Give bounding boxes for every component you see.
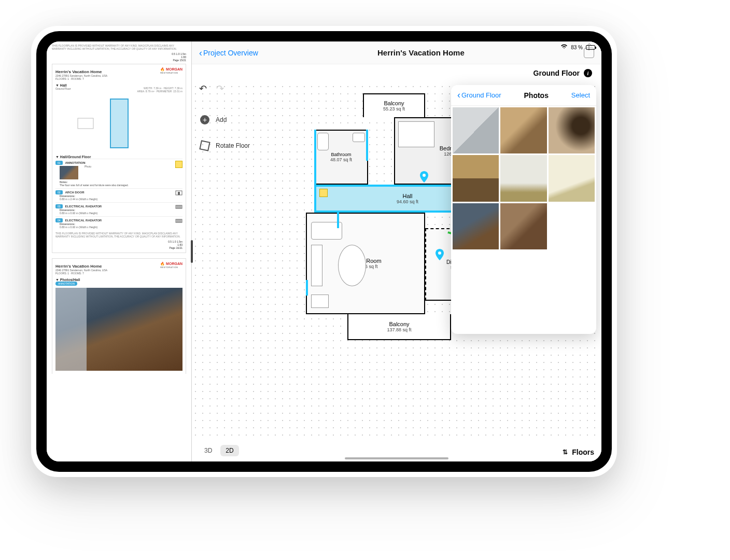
photo-thumbnail[interactable] <box>500 203 546 249</box>
report-page-hall[interactable]: 🔥 MORGANRESTORATION Herrin's Vacation Ho… <box>52 64 186 253</box>
photo-grid <box>451 106 596 251</box>
door-icon <box>175 190 182 195</box>
photo-thumbnail[interactable] <box>549 155 595 201</box>
floor-subheader: Ground Floor i <box>192 64 601 82</box>
plus-icon: + <box>200 115 209 124</box>
popover-title: Photos <box>501 91 571 100</box>
sort-icon: ⇅ <box>563 449 568 456</box>
main-canvas-pane: ‹ Project Overview Herrin's Vacation Hom… <box>192 41 601 461</box>
sticky-note-icon <box>175 161 182 168</box>
room-balcony-top[interactable]: Balcony 55.23 sq ft <box>363 93 425 117</box>
status-bar: 83 % <box>560 41 601 51</box>
report-item-radiator-1: 03 ELECTRICAL RADIATOR Dimensions: 0.80 … <box>55 202 182 216</box>
room-living[interactable]: Living Room 150.75 sq ft <box>306 213 425 314</box>
home-indicator[interactable] <box>345 457 448 459</box>
wifi-icon <box>560 44 568 50</box>
photo-thumbnail[interactable] <box>453 203 499 249</box>
rotate-floor-button[interactable]: Rotate Floor <box>199 140 250 151</box>
view-2d-button[interactable]: 2D <box>220 445 238 456</box>
back-button[interactable]: ‹ Project Overview <box>199 48 258 58</box>
company-logo: 🔥 MORGANRESTORATION <box>160 262 182 269</box>
battery-percent: 83 % <box>571 45 583 50</box>
floors-button[interactable]: ⇅ Floors <box>563 448 594 456</box>
room-bathroom[interactable]: Bathroom 48.07 sq ft <box>314 130 368 185</box>
floors-label: Floors <box>572 448 594 456</box>
battery-icon <box>586 45 595 50</box>
photo-thumbnail[interactable] <box>453 107 499 153</box>
report-large-photo <box>55 288 182 371</box>
location-pin-icon[interactable] <box>436 249 444 260</box>
report-project-code: FLOORS: 1 · ROOMS: 7 <box>55 77 182 80</box>
report-item-radiator-2: 04 ELECTRICAL RADIATOR Dimensions: 0.80 … <box>55 216 182 230</box>
view-mode-switch: 3D 2D <box>199 445 239 456</box>
chevron-left-icon: ‹ <box>457 90 460 101</box>
view-3d-button[interactable]: 3D <box>199 445 217 456</box>
room-balcony-bottom[interactable]: Balcony 137.88 sq ft <box>347 314 451 340</box>
svg-rect-0 <box>78 118 93 129</box>
page-title: Herrin's Vacation Home <box>258 48 584 57</box>
add-button[interactable]: + Add <box>199 114 250 125</box>
sticky-note-icon[interactable] <box>319 189 328 197</box>
svg-point-15 <box>423 174 426 177</box>
report-annotation-row: 01 ANNOTATION Photo Notes: The floor was… <box>55 159 182 188</box>
chevron-left-icon: ‹ <box>199 48 202 58</box>
photo-thumbnail[interactable] <box>500 107 546 153</box>
add-label: Add <box>216 116 227 123</box>
report-photos-section: ▼ Photos/Hall <box>55 278 182 282</box>
report-page-photos[interactable]: 🔥 MORGANRESTORATION Herrin's Vacation Ho… <box>52 258 186 374</box>
photo-thumbnail[interactable] <box>500 155 546 201</box>
photos-popover: ‹ Ground Floor Photos Select <box>451 85 596 334</box>
back-label: Project Overview <box>203 49 258 57</box>
undo-button[interactable]: ↶ <box>199 83 207 94</box>
company-logo: 🔥 MORGANRESTORATION <box>160 67 182 74</box>
svg-point-16 <box>438 251 441 255</box>
popover-back-button[interactable]: ‹ Ground Floor <box>457 90 501 101</box>
screen: 83 % THIS FLOORPLAN IS PROVIDED WITHOUT … <box>47 41 601 461</box>
nav-bar: ‹ Project Overview Herrin's Vacation Hom… <box>192 41 601 64</box>
location-pin-icon[interactable] <box>420 171 428 183</box>
svg-rect-2 <box>178 192 180 195</box>
popover-select-button[interactable]: Select <box>571 91 590 99</box>
report-mini-floorplan <box>55 95 182 152</box>
report-scale-15: 0.5 1.0 1.5m 1:83 Page 15/21 <box>172 52 186 62</box>
radiator-icon <box>175 204 182 209</box>
redo-button[interactable]: ↷ <box>216 83 224 94</box>
rotate-label: Rotate Floor <box>216 142 250 149</box>
report-disclaimer: THIS FLOORPLAN IS PROVIDED WITHOUT WARRA… <box>52 45 186 50</box>
report-annotation-pill: ANNOTATION <box>55 282 77 286</box>
rotate-icon <box>199 140 210 151</box>
report-hall-path: ▼ Hall/Ground Floor <box>55 155 182 159</box>
current-floor-label: Ground Floor <box>534 69 580 77</box>
photo-thumbnail[interactable] <box>453 155 499 201</box>
radiator-icon <box>175 218 182 223</box>
info-icon[interactable]: i <box>584 69 592 77</box>
report-item-arch-door: 02 ARCH DOOR Dimensions: 0.80 m x 2.44 m… <box>55 188 182 202</box>
photo-thumbnail[interactable] <box>549 107 595 153</box>
ipad-frame: 83 % THIS FLOORPLAN IS PROVIDED WITHOUT … <box>36 31 612 472</box>
report-sidebar[interactable]: THIS FLOORPLAN IS PROVIDED WITHOUT WARRA… <box>47 41 192 461</box>
report-photo-thumb <box>60 166 78 179</box>
report-scale-16: 0.5 1.0 1.5m 1:83 Page 16/21 <box>168 240 182 249</box>
